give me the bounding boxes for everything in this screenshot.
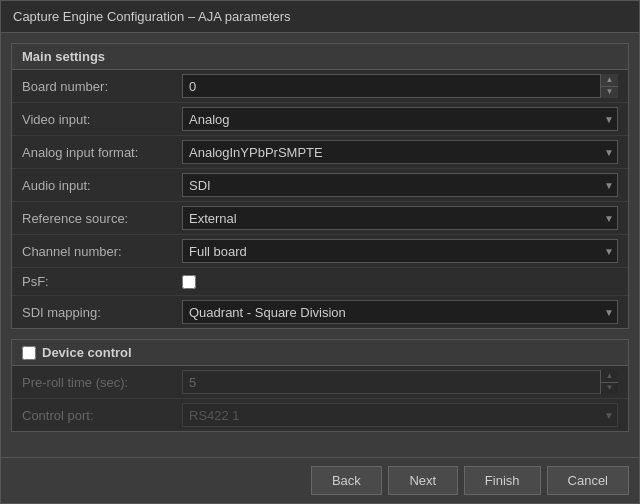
preroll-time-up[interactable]: ▲: [601, 370, 618, 383]
audio-input-control: SDI ▼: [182, 173, 618, 197]
reference-source-select[interactable]: External: [182, 206, 618, 230]
sdi-mapping-select-wrapper: Quadrant - Square Division ▼: [182, 300, 618, 324]
main-settings-section: Main settings Board number: ▲ ▼: [11, 43, 629, 329]
reference-source-row: Reference source: External ▼: [12, 202, 628, 235]
sdi-mapping-row: SDI mapping: Quadrant - Square Division …: [12, 296, 628, 328]
audio-input-row: Audio input: SDI ▼: [12, 169, 628, 202]
board-number-down[interactable]: ▼: [601, 87, 618, 99]
control-port-select[interactable]: RS422 1: [182, 403, 618, 427]
analog-input-format-select-wrapper: AnalogInYPbPrSMPTE ▼: [182, 140, 618, 164]
video-input-select-wrapper: Analog ▼: [182, 107, 618, 131]
content-area: Main settings Board number: ▲ ▼: [1, 33, 639, 457]
reference-source-label: Reference source:: [22, 211, 182, 226]
analog-input-format-select[interactable]: AnalogInYPbPrSMPTE: [182, 140, 618, 164]
board-number-spinbox: ▲ ▼: [182, 74, 618, 98]
audio-input-label: Audio input:: [22, 178, 182, 193]
video-input-control: Analog ▼: [182, 107, 618, 131]
finish-button[interactable]: Finish: [464, 466, 541, 495]
sdi-mapping-control: Quadrant - Square Division ▼: [182, 300, 618, 324]
analog-input-format-row: Analog input format: AnalogInYPbPrSMPTE …: [12, 136, 628, 169]
device-control-label: Device control: [42, 345, 132, 360]
reference-source-select-wrapper: External ▼: [182, 206, 618, 230]
sdi-mapping-label: SDI mapping:: [22, 305, 182, 320]
preroll-time-label: Pre-roll time (sec):: [22, 375, 182, 390]
channel-number-label: Channel number:: [22, 244, 182, 259]
preroll-time-down[interactable]: ▼: [601, 383, 618, 395]
board-number-up[interactable]: ▲: [601, 74, 618, 87]
video-input-select[interactable]: Analog: [182, 107, 618, 131]
board-number-control: ▲ ▼: [182, 74, 618, 98]
psf-checkbox[interactable]: [182, 275, 196, 289]
title-bar: Capture Engine Configuration – AJA param…: [1, 1, 639, 33]
channel-number-select-wrapper: Full board ▼: [182, 239, 618, 263]
channel-number-select[interactable]: Full board: [182, 239, 618, 263]
board-number-label: Board number:: [22, 79, 182, 94]
psf-control: [182, 275, 618, 289]
analog-input-format-label: Analog input format:: [22, 145, 182, 160]
preroll-time-control: ▲ ▼: [182, 370, 618, 394]
channel-number-control: Full board ▼: [182, 239, 618, 263]
preroll-time-input[interactable]: [182, 370, 618, 394]
back-button[interactable]: Back: [311, 466, 382, 495]
device-control-header: Device control: [12, 340, 628, 366]
preroll-time-row: Pre-roll time (sec): ▲ ▼: [12, 366, 628, 399]
main-settings-header: Main settings: [12, 44, 628, 70]
sdi-mapping-select[interactable]: Quadrant - Square Division: [182, 300, 618, 324]
board-number-row: Board number: ▲ ▼: [12, 70, 628, 103]
dialog-title: Capture Engine Configuration – AJA param…: [13, 9, 291, 24]
footer: Back Next Finish Cancel: [1, 457, 639, 503]
video-input-row: Video input: Analog ▼: [12, 103, 628, 136]
board-number-spin-buttons: ▲ ▼: [600, 74, 618, 98]
psf-label: PsF:: [22, 274, 182, 289]
video-input-label: Video input:: [22, 112, 182, 127]
cancel-button[interactable]: Cancel: [547, 466, 629, 495]
reference-source-control: External ▼: [182, 206, 618, 230]
device-control-checkbox[interactable]: [22, 346, 36, 360]
next-button[interactable]: Next: [388, 466, 458, 495]
preroll-time-spinbox: ▲ ▼: [182, 370, 618, 394]
board-number-input[interactable]: [182, 74, 618, 98]
control-port-row: Control port: RS422 1 ▼: [12, 399, 628, 431]
control-port-select-wrapper: RS422 1 ▼: [182, 403, 618, 427]
device-control-section: Device control Pre-roll time (sec): ▲ ▼: [11, 339, 629, 432]
control-port-label: Control port:: [22, 408, 182, 423]
psf-row: PsF:: [12, 268, 628, 296]
analog-input-format-control: AnalogInYPbPrSMPTE ▼: [182, 140, 618, 164]
dialog: Capture Engine Configuration – AJA param…: [0, 0, 640, 504]
channel-number-row: Channel number: Full board ▼: [12, 235, 628, 268]
main-settings-label: Main settings: [22, 49, 105, 64]
audio-input-select[interactable]: SDI: [182, 173, 618, 197]
preroll-time-spin-buttons: ▲ ▼: [600, 370, 618, 394]
audio-input-select-wrapper: SDI ▼: [182, 173, 618, 197]
control-port-control: RS422 1 ▼: [182, 403, 618, 427]
